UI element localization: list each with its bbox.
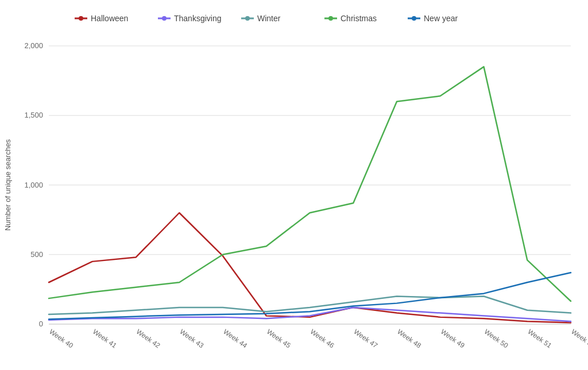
x-tick-label: Week 52 [570, 328, 588, 350]
x-tick-group: Week 52 [570, 328, 588, 350]
x-tick-group: Week 42 [135, 328, 162, 350]
legend-dot-new-year [412, 16, 416, 21]
legend-label-winter: Winter [257, 14, 281, 23]
y-axis-title: Number of unique searches [3, 139, 12, 231]
y-tick-label: 1,500 [24, 111, 43, 119]
x-tick-label: Week 47 [353, 328, 380, 350]
legend-dot-thanksgiving [162, 16, 167, 21]
chart-container: 05001,0001,5002,000Week 40Week 41Week 42… [0, 0, 588, 370]
x-tick-label: Week 43 [179, 328, 206, 350]
x-tick-label: Week 48 [396, 328, 423, 350]
x-tick-group: Week 44 [222, 328, 249, 350]
x-tick-group: Week 51 [527, 328, 554, 350]
x-tick-group: Week 43 [179, 328, 206, 350]
legend-label-christmas: Christmas [341, 14, 377, 23]
x-tick-label: Week 44 [222, 328, 249, 350]
line-newyear [49, 272, 571, 319]
line-christmas [49, 67, 571, 301]
x-tick-label: Week 42 [135, 328, 162, 350]
x-tick-label: Week 46 [309, 328, 336, 350]
x-tick-label: Week 45 [265, 328, 292, 350]
x-tick-label: Week 49 [439, 328, 466, 350]
y-tick-label: 500 [30, 250, 43, 259]
legend-label-halloween: Halloween [91, 14, 128, 23]
y-tick-label: 1,000 [24, 181, 43, 189]
x-tick-label: Week 50 [483, 328, 510, 350]
x-tick-group: Week 47 [353, 328, 380, 350]
x-tick-group: Week 40 [48, 328, 75, 350]
chart-svg: 05001,0001,5002,000Week 40Week 41Week 42… [0, 0, 588, 370]
x-tick-label: Week 41 [91, 328, 118, 350]
x-tick-label: Week 51 [527, 328, 554, 350]
x-tick-group: Week 45 [265, 328, 292, 350]
legend-dot-winter [245, 16, 250, 21]
legend-dot-christmas [328, 16, 333, 21]
legend-label-thanksgiving: Thanksgiving [174, 14, 222, 23]
x-tick-group: Week 41 [91, 328, 118, 350]
legend-dot-halloween [79, 16, 83, 21]
x-tick-group: Week 46 [309, 328, 336, 350]
y-tick-label: 0 [39, 320, 43, 328]
y-tick-label: 2,000 [24, 41, 43, 50]
line-halloween [49, 213, 571, 323]
x-tick-group: Week 49 [439, 328, 466, 350]
x-tick-group: Week 48 [396, 328, 423, 350]
legend-label-new-year: New year [424, 14, 458, 23]
x-tick-group: Week 50 [483, 328, 510, 350]
x-tick-label: Week 40 [48, 328, 75, 350]
